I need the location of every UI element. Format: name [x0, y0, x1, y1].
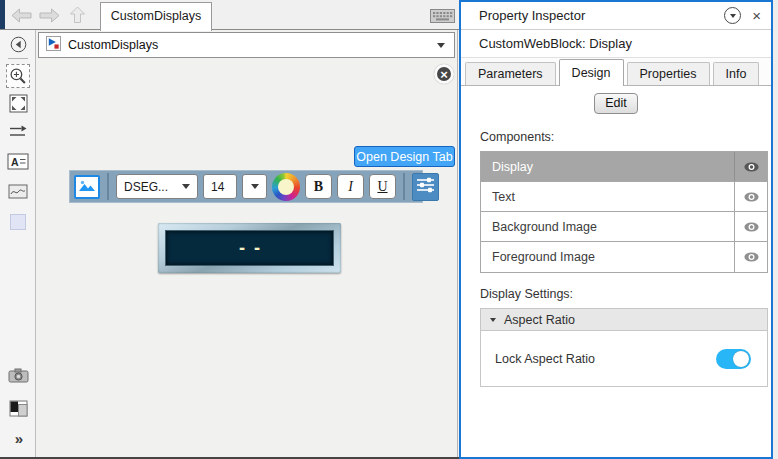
visibility-toggle[interactable]: [734, 212, 767, 241]
image-annotation-icon[interactable]: [0, 184, 36, 199]
edit-button-row: Edit: [461, 86, 771, 121]
font-family-dropdown[interactable]: DSEG...: [116, 174, 198, 199]
display-settings-label: Display Settings:: [480, 287, 771, 301]
breadcrumb-dropdown-icon[interactable]: [437, 43, 445, 48]
property-inspector-header: Property Inspector ×: [461, 2, 771, 30]
window-edge: [0, 0, 5, 29]
camera-icon[interactable]: [0, 368, 36, 383]
font-size-input[interactable]: 14: [203, 174, 237, 199]
color-wheel-icon[interactable]: [272, 173, 300, 201]
hide-browser-icon[interactable]: [0, 36, 36, 53]
component-row-background-image[interactable]: Background Image: [481, 212, 767, 242]
component-row-text[interactable]: Text: [481, 182, 767, 212]
svg-text:A: A: [11, 156, 19, 168]
block-identity-label: CustomWebBlock: Display: [461, 30, 771, 58]
sliders-icon: [416, 176, 435, 198]
property-inspector-panel: Property Inspector × CustomWebBlock: Dis…: [459, 0, 773, 459]
breadcrumb[interactable]: CustomDisplays: [38, 32, 455, 58]
tab-info[interactable]: Info: [713, 62, 760, 85]
font-family-value: DSEG...: [124, 180, 168, 194]
component-name: Foreground Image: [481, 242, 734, 272]
visibility-toggle[interactable]: [734, 182, 767, 211]
display-settings-button[interactable]: [412, 173, 439, 201]
panel-title: Property Inspector: [479, 8, 724, 23]
collapse-triangle-icon: [490, 318, 496, 322]
toolbar-separator: [107, 173, 109, 200]
eye-icon: [743, 161, 760, 173]
zoom-tool-icon[interactable]: [6, 64, 30, 88]
breadcrumb-model-name: CustomDisplays: [68, 38, 158, 52]
lock-aspect-ratio-label: Lock Aspect Ratio: [495, 352, 716, 366]
back-arrow-icon[interactable]: [11, 8, 32, 27]
chevron-down-icon: [730, 14, 736, 18]
component-row-foreground-image[interactable]: Foreground Image: [481, 242, 767, 272]
components-list: Display Text Background Image Foreground…: [480, 151, 768, 273]
signal-routing-icon[interactable]: [0, 124, 36, 139]
edit-button[interactable]: Edit: [594, 93, 638, 114]
italic-button[interactable]: I: [337, 174, 364, 199]
tab-parameters[interactable]: Parameters: [465, 62, 556, 85]
area-tool-icon[interactable]: [10, 214, 26, 230]
close-overlay-button[interactable]: ×: [434, 64, 454, 84]
underline-button[interactable]: U: [369, 174, 396, 199]
display-block[interactable]: --: [158, 223, 341, 273]
palette-divider: [8, 58, 28, 59]
bold-button[interactable]: B: [305, 174, 332, 199]
editor-region: CustomDisplays A: [0, 0, 459, 459]
aspect-ratio-section-body: Lock Aspect Ratio: [480, 331, 768, 387]
eye-icon: [743, 251, 760, 263]
eye-icon: [743, 221, 760, 233]
app-window: CustomDisplays A: [0, 0, 778, 459]
component-name: Text: [481, 182, 734, 211]
panel-menu-icon[interactable]: [724, 7, 741, 24]
format-toolbar: DSEG... 14 B I U: [69, 170, 423, 203]
display-screen-value: --: [165, 230, 334, 266]
editor-topbar: CustomDisplays: [0, 0, 459, 30]
expand-palette-chevrons[interactable]: »: [0, 430, 36, 447]
toolbar-separator: [403, 173, 405, 200]
panel-close-icon[interactable]: ×: [752, 8, 761, 23]
fit-to-view-icon[interactable]: [0, 94, 36, 113]
insert-image-button[interactable]: [74, 175, 100, 199]
component-name: Display: [481, 152, 734, 181]
chevron-down-icon: [251, 184, 259, 189]
visibility-toggle[interactable]: [734, 242, 767, 272]
document-tab[interactable]: CustomDisplays: [100, 2, 212, 31]
keyboard-icon[interactable]: [430, 9, 455, 27]
tool-palette: A »: [0, 30, 36, 457]
landscape-image-icon: [78, 178, 96, 196]
up-arrow-icon[interactable]: [69, 6, 86, 28]
annotation-icon[interactable]: A: [0, 153, 36, 170]
components-label: Components:: [480, 130, 771, 144]
model-icon: [46, 36, 61, 54]
eye-icon: [743, 191, 760, 203]
tab-properties[interactable]: Properties: [627, 62, 710, 85]
chevron-down-icon: [182, 184, 190, 189]
viewmarks-icon[interactable]: [0, 400, 36, 417]
open-design-tab-button[interactable]: Open Design Tab: [354, 146, 455, 167]
tab-design[interactable]: Design: [559, 59, 624, 86]
inspector-tab-bar: Parameters Design Properties Info: [461, 58, 771, 86]
aspect-ratio-section: Aspect Ratio Lock Aspect Ratio: [480, 308, 768, 387]
lock-aspect-ratio-toggle[interactable]: [716, 349, 751, 369]
component-name: Background Image: [481, 212, 734, 241]
section-title: Aspect Ratio: [504, 313, 575, 327]
visibility-toggle[interactable]: [734, 152, 767, 181]
aspect-ratio-section-header[interactable]: Aspect Ratio: [480, 308, 768, 331]
component-row-display[interactable]: Display: [481, 152, 767, 182]
model-canvas[interactable]: CustomDisplays × Open Design Tab DSEG...…: [36, 30, 458, 457]
forward-arrow-icon[interactable]: [39, 8, 60, 27]
toggle-knob: [733, 351, 749, 367]
font-size-dropdown-button[interactable]: [242, 174, 267, 199]
